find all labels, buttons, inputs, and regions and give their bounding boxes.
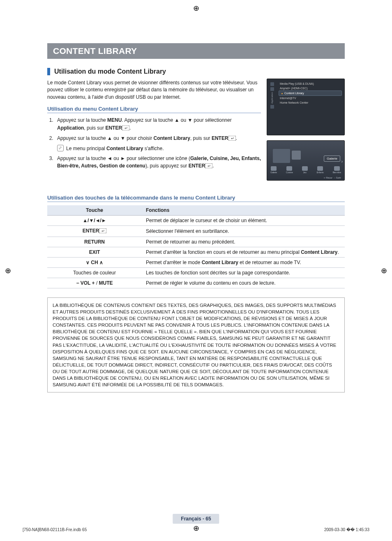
- kw-enter: ENTER: [105, 125, 122, 131]
- osd-item-media-play: Media Play (USB & DLNA): [279, 81, 342, 86]
- cell-fn: Permet de régler le volume du contenu en…: [142, 278, 345, 288]
- osd-tab-icon: [270, 87, 274, 91]
- text: .: [338, 249, 339, 255]
- cell-key: RETURN: [47, 237, 142, 247]
- osd-icon-enfants: Enfants: [317, 166, 324, 174]
- note-icon: [57, 145, 64, 151]
- section-banner: CONTENT LIBRARY: [47, 43, 345, 59]
- step-1: Appuyez sur la touche MENU. Appuyez sur …: [55, 116, 261, 132]
- registration-mark-icon: ⊕: [381, 266, 387, 275]
- legal-notice-box: LA BIBLIOTHÈQUE DE CONTENUS CONTIENT DES…: [47, 297, 345, 392]
- text: ), puis appuyez sur: [145, 163, 189, 169]
- subheading-remote-keys: Utilisation des touches de la télécomman…: [47, 195, 345, 202]
- osd-preview-tile: [292, 151, 301, 160]
- enter-icon: [228, 135, 236, 143]
- table-header-row: Touche Fonctions: [47, 205, 345, 216]
- cell-key: ENTER: [47, 226, 142, 237]
- table-row: − VOL + / MUTEPermet de régler le volume…: [47, 278, 345, 288]
- label: Bien-être: [333, 171, 341, 174]
- kw-enter: ENTER: [212, 135, 228, 141]
- svg-rect-2: [205, 163, 212, 168]
- key-label: EXIT: [89, 249, 100, 255]
- enter-icon: [99, 228, 106, 235]
- label: Enfants: [317, 171, 324, 174]
- osd-menu-list: Media Play (USB & DLNA) Anynet+ (HDMI-CE…: [279, 81, 342, 105]
- key-label: ▲/▼/◄/►: [83, 218, 106, 223]
- text: .: [212, 163, 214, 169]
- osd-tab-icon: [270, 82, 274, 86]
- content-area: CONTENT LIBRARY Utilisation du mode Cont…: [47, 43, 345, 392]
- kw-application: Application: [57, 125, 84, 131]
- col-touche: Touche: [47, 205, 142, 216]
- page-number-badge: Français - 65: [173, 514, 219, 524]
- osd-icon-cuisine: Cuisine: [286, 166, 293, 174]
- intro-paragraph: Le mode Content Library vous permet de v…: [47, 79, 261, 101]
- text: .: [236, 135, 237, 141]
- osd-item-internet-tv: Internet@TV: [279, 96, 342, 100]
- text: /: [95, 280, 99, 286]
- text: Appuyez sur la touche ▲ ou ▼ pour choisi…: [57, 135, 154, 141]
- print-footer: [750-NA]BN68-02111B-Fre.indb 65 2009-03-…: [23, 527, 369, 532]
- table-row: ∨ CH ∧Permet d'arrêter le mode Content L…: [47, 258, 345, 268]
- page: ⊕ ⊕ ⊕ ⊕ CONTENT LIBRARY Utilisation du m…: [0, 0, 392, 541]
- key-label: MUTE: [99, 280, 113, 286]
- left-column: Le mode Content Library vous permet de v…: [47, 79, 261, 181]
- kw-content-library: Content Library: [202, 260, 238, 265]
- remote-keys-table: Touche Fonctions ▲/▼/◄/►Permet de déplac…: [47, 205, 345, 288]
- key-label: − VOL +: [76, 280, 95, 286]
- table-row: ▲/▼/◄/►Permet de déplacer le curseur et …: [47, 216, 345, 226]
- osd-content-library: Galerie › Galerie Cuisine Jeu Enfants Bi…: [267, 140, 345, 181]
- cell-key: ∨ CH ∧: [47, 258, 142, 268]
- osd-application-menu: Application Media Play (USB & DLNA) Anyn…: [267, 79, 345, 135]
- svg-rect-3: [99, 228, 106, 233]
- right-column: Application Media Play (USB & DLNA) Anyn…: [267, 79, 345, 181]
- footer-timestamp: 2009-03-30 �� 1:45:33: [324, 527, 369, 532]
- footer-filename: [750-NA]BN68-02111B-Fre.indb 65: [23, 527, 87, 532]
- osd-icon-galerie: Galerie: [270, 166, 277, 174]
- cell-key: Touches de couleur: [47, 268, 142, 278]
- col-fonctions: Fonctions: [142, 205, 345, 216]
- hint-return: ↩ Retour: [324, 176, 332, 179]
- text: s'affiche.: [143, 146, 164, 151]
- kw-enter: ENTER: [189, 163, 205, 169]
- subheading-usage-menu: Utilisation du menu Content Library: [47, 106, 261, 113]
- note-row: Le menu principal Content Library s'affi…: [57, 145, 261, 153]
- svg-rect-1: [228, 136, 236, 141]
- text: , puis sur: [84, 125, 105, 131]
- steps-list: Appuyez sur la touche MENU. Appuyez sur …: [55, 116, 261, 171]
- kw-content-library: Content Library: [301, 249, 337, 255]
- two-column-body: Le mode Content Library vous permet de v…: [47, 79, 345, 181]
- key-label: ENTER: [83, 228, 99, 234]
- key-label: ∨ CH ∧: [86, 260, 103, 265]
- hint-exit: → Sortir: [334, 176, 341, 179]
- text: , puis sur: [190, 135, 212, 141]
- table-row: EXITPermet d'arrêter la fonction en cour…: [47, 247, 345, 258]
- registration-mark-icon: ⊕: [5, 266, 11, 275]
- cell-fn: Les touches de fonction sont décrites su…: [142, 268, 345, 278]
- osd-icon-row: Galerie Cuisine Jeu Enfants Bien-être: [270, 166, 341, 174]
- text: Le menu principal: [66, 146, 106, 151]
- cell-key: − VOL + / MUTE: [47, 278, 142, 288]
- osd-preview-tile: [273, 149, 290, 163]
- osd-item-content-library: Content Library: [279, 91, 342, 96]
- step-3: Appuyez sur la touche ◄ ou ► pour sélect…: [55, 155, 261, 171]
- label: Galerie: [270, 171, 277, 174]
- osd-selected-label: Galerie: [324, 156, 340, 162]
- registration-mark-icon: ⊕: [193, 4, 199, 13]
- cell-key: EXIT: [47, 247, 142, 258]
- osd-footer-hints: ↩ Retour → Sortir: [324, 176, 341, 179]
- table-row: Touches de couleurLes touches de fonctio…: [47, 268, 345, 278]
- chevron-right-icon: ›: [341, 159, 343, 164]
- osd-item-home-network: Home Network Center: [279, 100, 342, 105]
- kw-content-library: Content Library: [106, 146, 143, 151]
- cell-fn: Permet d'arrêter la fonction en cours et…: [142, 247, 345, 258]
- text: Permet d'arrêter le mode: [146, 260, 202, 265]
- enter-icon: [205, 163, 212, 171]
- table-row: ENTERSélectionner l'élément en surbrilla…: [47, 226, 345, 237]
- text: . Appuyez sur la touche ▲ ou ▼ pour séle…: [122, 117, 231, 123]
- key-label: RETURN: [84, 239, 105, 245]
- cell-fn: Permet de retourner au menu précédent.: [142, 237, 345, 247]
- text: Appuyez sur la touche ◄ ou ► pour sélect…: [57, 156, 190, 161]
- cell-fn: Permet d'arrêter le mode Content Library…: [142, 258, 345, 268]
- text: et de retourner au mode TV.: [238, 260, 301, 265]
